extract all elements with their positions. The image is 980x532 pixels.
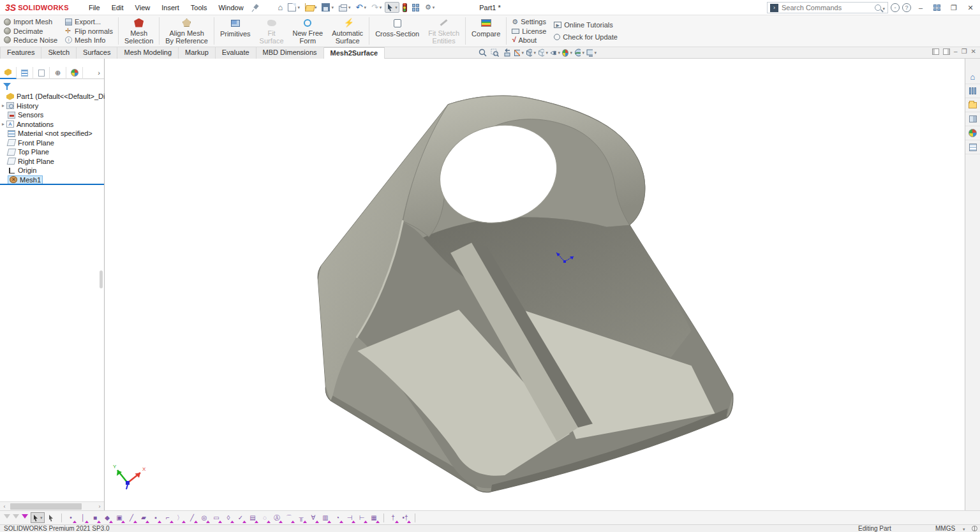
tree-item-mesh1[interactable]: Mesh1 xyxy=(0,175,104,185)
login-account-icon[interactable]: ◦ xyxy=(891,3,900,12)
tab-mesh-modeling[interactable]: Mesh Modeling xyxy=(117,47,179,59)
tab-features[interactable]: Features xyxy=(0,47,41,59)
filter-pin-a-icon[interactable]: † xyxy=(389,513,398,522)
menu-edit[interactable]: Edit xyxy=(106,1,130,14)
select-tool-active[interactable] xyxy=(31,512,45,523)
filter-zoom-notes-icon[interactable]: ◌ xyxy=(260,513,270,522)
filter-faces-icon[interactable]: ■ xyxy=(91,513,100,522)
undo-button[interactable]: ↶ xyxy=(354,2,368,13)
filter-solid-bodies-icon[interactable]: ◆ xyxy=(103,513,112,522)
tab-mbd-dimensions[interactable]: MBD Dimensions xyxy=(256,47,324,59)
filter-polylines-icon[interactable]: 〉 xyxy=(175,513,185,522)
export-button[interactable]: Export... xyxy=(65,18,113,26)
custom-properties-button[interactable] xyxy=(965,140,980,154)
solidworks-resources-button[interactable]: ⌂ xyxy=(965,70,980,84)
filter-connection-b-icon[interactable]: ⊢ xyxy=(357,513,367,522)
tree-root-part[interactable]: Part1 (Default<<Default>_Display S xyxy=(0,92,104,101)
search-scope-icon[interactable]: › xyxy=(770,4,778,12)
hide-show-items-icon[interactable] xyxy=(550,48,560,57)
expand-icon[interactable]: ▸ xyxy=(0,103,6,108)
tree-item-annotations[interactable]: ▸ A Annotations xyxy=(0,120,104,129)
status-globe-icon[interactable] xyxy=(972,526,977,531)
collaborate-button[interactable] xyxy=(930,1,944,14)
select-tool-button[interactable] xyxy=(385,2,399,13)
display-style-icon[interactable] xyxy=(538,48,548,57)
tree-item-material[interactable]: Material <not specified> xyxy=(0,129,104,138)
filter-surface-finish-icon[interactable]: ∀ xyxy=(309,513,318,522)
settings-button[interactable]: ⚙Settings xyxy=(512,18,546,26)
scrollbar-thumb[interactable] xyxy=(10,503,82,510)
tree-item-sensors[interactable]: Sensors xyxy=(0,110,104,120)
pin-menu-icon[interactable] xyxy=(251,3,260,12)
options-button[interactable]: ⚙ xyxy=(423,3,436,12)
menu-view[interactable]: View xyxy=(130,1,156,14)
filter-viewport-icon[interactable]: ▦ xyxy=(369,513,379,522)
doc-restore-button[interactable]: ❐ xyxy=(961,48,967,55)
close-button[interactable]: ✕ xyxy=(963,1,977,14)
freeze-bar[interactable] xyxy=(0,184,104,185)
tree-item-history[interactable]: ▸ History xyxy=(0,101,104,111)
units-selector[interactable]: MMGS xyxy=(935,525,977,532)
search-icon[interactable] xyxy=(875,4,881,11)
filter-axes-icon[interactable]: ╱ xyxy=(127,513,137,522)
import-mesh-button[interactable]: Import Mesh xyxy=(4,18,57,26)
tab-sketch[interactable]: Sketch xyxy=(41,47,77,59)
search-input[interactable] xyxy=(782,4,875,11)
tab-surfaces[interactable]: Surfaces xyxy=(77,47,117,59)
zoom-to-area-icon[interactable] xyxy=(489,48,500,57)
design-library-button[interactable] xyxy=(965,84,980,98)
tree-item-front-plane[interactable]: Front Plane xyxy=(0,138,104,148)
mesh-info-button[interactable]: iMesh Info xyxy=(65,36,113,44)
tab-evaluate[interactable]: Evaluate xyxy=(216,47,256,59)
help-icon[interactable]: ? xyxy=(902,3,911,12)
cross-section-button[interactable]: Cross-Section xyxy=(371,15,424,47)
filter-datum-icon[interactable]: ╥ xyxy=(297,513,306,522)
minimize-button[interactable]: – xyxy=(914,1,928,14)
view-settings-icon[interactable] xyxy=(586,48,597,57)
tree-item-top-plane[interactable]: Top Plane xyxy=(0,147,104,157)
license-button[interactable]: License xyxy=(512,27,546,35)
solidworks-logo[interactable]: 3S SOLIDWORKS xyxy=(5,3,69,13)
filter-clear-all-icon[interactable] xyxy=(4,514,10,522)
view-palette-button[interactable] xyxy=(965,112,980,126)
online-tutorials-button[interactable]: ▶Online Tutorials xyxy=(554,21,618,29)
scroll-right-icon[interactable]: › xyxy=(95,503,104,510)
model-mesh1[interactable] xyxy=(105,59,965,510)
tab-dimxpert-manager[interactable]: ⊕ xyxy=(50,67,66,79)
redo-button[interactable]: ↷ xyxy=(369,2,383,13)
filter-off-icon[interactable] xyxy=(13,514,19,522)
menu-window[interactable]: Window xyxy=(212,1,249,14)
restore-button[interactable]: ❐ xyxy=(947,1,961,14)
tab-configuration-manager[interactable] xyxy=(33,67,50,79)
reduce-noise-button[interactable]: Reduce Noise xyxy=(4,36,57,44)
filter-notes-icon[interactable]: ▤ xyxy=(248,513,258,522)
check-for-update-button[interactable]: Check for Update xyxy=(554,33,618,41)
menu-insert[interactable]: Insert xyxy=(156,1,185,14)
panel-tabs-overflow-icon[interactable]: › xyxy=(98,69,104,77)
fit-sketch-entities-button[interactable]: Fit SketchEntities xyxy=(424,15,464,47)
tab-display-manager[interactable] xyxy=(66,67,83,79)
filter-connection-a-icon[interactable]: ⊣ xyxy=(345,513,355,522)
panel-horizontal-scrollbar[interactable]: ‹ › xyxy=(0,501,104,510)
tab-markup[interactable]: Markup xyxy=(179,47,216,59)
tab-property-manager[interactable] xyxy=(17,67,33,79)
tree-filter-icon[interactable] xyxy=(3,83,11,90)
about-button[interactable]: √About xyxy=(512,36,546,44)
home-button[interactable]: ⌂ xyxy=(276,2,285,13)
tab-mesh2surface[interactable]: Mesh2Surface xyxy=(324,47,385,59)
new-document-button[interactable] xyxy=(286,2,302,13)
automatic-surface-button[interactable]: ⚡ AutomaticSurface xyxy=(327,15,368,47)
section-view-icon[interactable] xyxy=(514,48,524,57)
tree-item-origin[interactable]: Origin xyxy=(0,166,104,175)
filter-planes-icon[interactable]: ▰ xyxy=(139,513,149,522)
doc-minimize-button[interactable]: – xyxy=(954,48,958,55)
scroll-left-icon[interactable]: ‹ xyxy=(0,503,9,510)
filter-sketch-lines-icon[interactable]: ╱ xyxy=(188,513,197,522)
filter-vertices-icon[interactable]: • xyxy=(66,513,76,522)
tab-featuremanager-tree[interactable] xyxy=(0,67,17,79)
filter-balloon-icon[interactable]: Ⓐ xyxy=(272,513,282,522)
filter-slots-icon[interactable]: ▭ xyxy=(212,513,221,522)
file-explorer-button[interactable] xyxy=(965,98,980,112)
zoom-to-fit-icon[interactable] xyxy=(477,48,487,57)
filter-pie-icon[interactable]: ◔ xyxy=(333,513,343,522)
